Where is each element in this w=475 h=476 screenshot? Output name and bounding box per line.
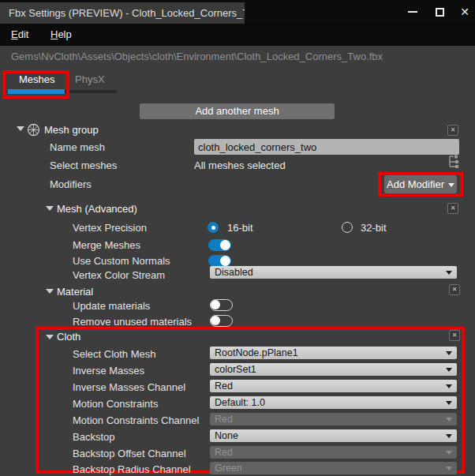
- radio-32bit[interactable]: [342, 222, 353, 233]
- select-cloth-mesh-label: Select Cloth Mesh: [73, 348, 156, 360]
- backstop-radius-channel-label: Backstop Radius Channel: [73, 463, 191, 475]
- minimize-button[interactable]: [401, 0, 425, 24]
- motion-constraints-channel-dropdown: Red: [210, 413, 457, 425]
- motion-constraints-label: Motion Constraints: [73, 398, 158, 410]
- backstop-offset-channel-label: Backstop Offset Channel: [73, 448, 186, 459]
- minimize-icon: [408, 11, 417, 13]
- name-mesh-label: Name mesh: [50, 141, 105, 153]
- dropdown-value: Red: [215, 414, 233, 425]
- titlebar: Fbx Settings (PREVIEW) - Cloth_Locked_Co…: [0, 0, 475, 24]
- material-expander[interactable]: [46, 289, 54, 294]
- cloth-expander[interactable]: [46, 335, 54, 339]
- hierarchy-picker-icon[interactable]: [445, 155, 461, 171]
- dropdown-arrow-icon: [446, 467, 452, 470]
- dropdown-value: Red: [215, 447, 233, 458]
- file-path: Gems\NvCloth\Assets\Objects\cloth\Enviro…: [11, 51, 383, 62]
- backstop-dropdown[interactable]: None: [210, 429, 457, 442]
- select-cloth-mesh-dropdown[interactable]: RootNode.pPlane1: [210, 347, 457, 359]
- maximize-button[interactable]: [428, 0, 451, 24]
- toggle-knob: [211, 316, 220, 325]
- backstop-offset-channel-dropdown: Red: [210, 446, 457, 459]
- mesh-advanced-expander[interactable]: [46, 206, 54, 211]
- menubar: Edit Help: [0, 24, 475, 46]
- merge-meshes-label: Merge Meshes: [73, 239, 140, 251]
- mesh-group-close-button[interactable]: ✕: [447, 125, 458, 136]
- dropdown-value: Disabled: [215, 267, 253, 278]
- dropdown-arrow-icon: [446, 271, 452, 275]
- menu-item-edit[interactable]: Edit: [8, 24, 32, 46]
- add-another-mesh-button[interactable]: Add another mesh: [140, 103, 335, 119]
- vertex-color-stream-dropdown[interactable]: Disabled: [210, 266, 457, 279]
- dropdown-arrow-icon: [446, 368, 452, 372]
- tab-physx[interactable]: PhysX: [75, 73, 105, 85]
- inverse-masses-dropdown[interactable]: colorSet1: [210, 363, 457, 376]
- dropdown-value: Default: 1.0: [215, 397, 265, 408]
- add-modifier-label: Add Modifier: [387, 178, 444, 190]
- inverse-masses-label: Inverse Masses: [73, 365, 144, 377]
- radio-32bit-label: 32-bit: [361, 222, 387, 234]
- chevron-down-icon: [448, 183, 454, 187]
- use-custom-normals-toggle[interactable]: [208, 255, 231, 267]
- add-modifier-button[interactable]: Add Modifier: [384, 175, 457, 193]
- active-tab-underline: [8, 89, 65, 94]
- inverse-masses-channel-label: Inverse Masses Channel: [73, 381, 185, 393]
- toggle-knob: [220, 240, 230, 250]
- update-materials-toggle[interactable]: [210, 299, 233, 311]
- mesh-group-title: Mesh group: [44, 124, 99, 136]
- close-icon: ✕: [460, 6, 469, 17]
- dropdown-value: None: [215, 430, 238, 441]
- material-close-button[interactable]: ✕: [449, 284, 460, 295]
- dropdown-arrow-icon: [446, 451, 452, 455]
- radio-dot: [211, 226, 215, 230]
- mesh-advanced-close-button[interactable]: ✕: [447, 203, 458, 214]
- menu-item-help[interactable]: Help: [47, 24, 75, 46]
- cloth-close-button[interactable]: ✕: [449, 330, 460, 341]
- dropdown-value: RootNode.pPlane1: [215, 347, 298, 358]
- toggle-knob: [220, 256, 230, 266]
- mesh-advanced-title: Mesh (Advanced): [57, 203, 137, 215]
- backstop-label: Backstop: [73, 431, 114, 443]
- radio-16bit[interactable]: [208, 222, 219, 233]
- inverse-masses-channel-dropdown[interactable]: Red: [210, 380, 457, 392]
- select-meshes-label: Select meshes: [50, 159, 117, 171]
- merge-meshes-toggle[interactable]: [208, 239, 231, 251]
- dropdown-arrow-icon: [446, 351, 452, 355]
- close-button[interactable]: ✕: [453, 0, 475, 24]
- radio-16bit-label: 16-bit: [227, 222, 253, 234]
- window-title: Fbx Settings (PREVIEW) - Cloth_Locked_Co…: [0, 2, 245, 24]
- backstop-radius-channel-dropdown: Green: [210, 462, 457, 474]
- dropdown-arrow-icon: [446, 418, 452, 422]
- remove-unused-materials-toggle[interactable]: [210, 315, 233, 327]
- dropdown-value: Red: [215, 380, 233, 392]
- fbx-settings-window: Fbx Settings (PREVIEW) - Cloth_Locked_Co…: [0, 0, 475, 476]
- update-materials-label: Update materials: [73, 300, 150, 312]
- vertex-precision-label: Vertex Precision: [73, 222, 147, 234]
- use-custom-normals-label: Use Custom Normals: [73, 255, 170, 267]
- material-title: Material: [57, 286, 93, 298]
- select-meshes-value: All meshes selected: [194, 159, 286, 171]
- inactive-tab-underline: [65, 90, 117, 93]
- toggle-knob: [211, 300, 220, 309]
- dropdown-arrow-icon: [446, 401, 452, 405]
- remove-unused-materials-label: Remove unused materials: [73, 316, 192, 328]
- mesh-sphere-icon: [27, 123, 40, 137]
- name-mesh-input[interactable]: [194, 139, 459, 155]
- dropdown-arrow-icon: [446, 434, 452, 438]
- mesh-group-expander[interactable]: [17, 126, 24, 131]
- motion-constraints-channel-label: Motion Constraints Channel: [73, 414, 199, 426]
- dropdown-value: colorSet1: [215, 364, 256, 375]
- modifiers-label: Modifiers: [50, 178, 92, 190]
- cloth-title: Cloth: [57, 331, 80, 343]
- tab-meshes[interactable]: Meshes: [19, 73, 55, 85]
- motion-constraints-dropdown[interactable]: Default: 1.0: [210, 396, 457, 409]
- maximize-icon: [436, 8, 444, 17]
- dropdown-arrow-icon: [446, 384, 452, 388]
- vertex-color-stream-label: Vertex Color Stream: [73, 269, 165, 281]
- dropdown-value: Green: [215, 463, 242, 474]
